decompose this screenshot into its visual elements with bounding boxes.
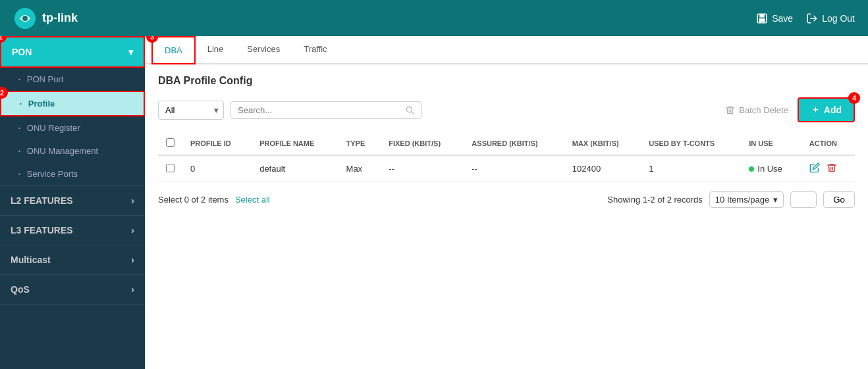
logo-text: tp-link (42, 11, 78, 25)
row-checkbox[interactable] (166, 164, 175, 172)
col-profile-id: PROFILE ID (182, 132, 252, 155)
sidebar-item-service-ports[interactable]: • Service Ports (0, 162, 145, 185)
footer-right: Showing 1-2 of 2 records 10 Items/page ▾… (607, 191, 855, 208)
col-profile-name: PROFILE NAME (252, 132, 338, 155)
badge-2: 2 (0, 87, 8, 99)
logo-area: tp-link (13, 7, 78, 30)
tab-bar: 3 DBA Line Services Traffic (145, 36, 868, 64)
trash-icon (725, 105, 735, 115)
cell-max: 102400 (564, 155, 641, 182)
search-input[interactable] (238, 105, 405, 115)
tab-traffic[interactable]: Traffic (292, 36, 339, 64)
search-box (231, 101, 421, 119)
page-title: DBA Profile Config (158, 75, 855, 87)
green-dot-icon (749, 166, 754, 172)
select-all-link[interactable]: Select all (235, 195, 270, 205)
dot-icon: • (18, 148, 20, 154)
sidebar-pon-header[interactable]: PON 1 ▾ (0, 36, 145, 68)
tp-link-logo-icon (13, 7, 37, 30)
table-header-row: PROFILE ID PROFILE NAME TYPE FIXED (KBIT… (158, 132, 855, 155)
select-count: Select 0 of 2 items (158, 195, 229, 205)
col-in-use: IN USE (741, 132, 801, 155)
badge-1: 1 (0, 36, 7, 43)
sidebar-item-onu-register[interactable]: • ONU Register (0, 116, 145, 139)
svg-rect-3 (760, 14, 765, 17)
svg-point-1 (22, 16, 28, 21)
dot-icon: • (20, 101, 22, 107)
dot-icon: • (18, 76, 20, 82)
dot-icon: • (18, 171, 20, 177)
items-per-page-selector[interactable]: 10 Items/page ▾ (709, 191, 784, 208)
edit-icon[interactable] (809, 162, 820, 175)
filter-select-wrapper: All ▾ (158, 101, 224, 120)
col-assured: ASSURED (KBIT/S) (464, 132, 564, 155)
chevron-right-icon: › (131, 225, 134, 235)
cell-profile-name: default (252, 155, 338, 182)
toolbar-right: Batch Delete 4 ＋ Add (725, 97, 855, 122)
pon-label: PON (12, 47, 32, 57)
col-action: ACTION (801, 132, 855, 155)
add-button[interactable]: 4 ＋ Add (798, 97, 855, 122)
col-used-by-tconts: USED BY T-CONTS (641, 132, 741, 155)
cell-assured: -- (464, 155, 564, 182)
sidebar-qos-section: QoS › (0, 275, 145, 305)
content-area: DBA Profile Config All ▾ (145, 64, 868, 369)
chevron-right-icon: › (131, 195, 134, 206)
sidebar-pon-section: PON 1 ▾ • PON Port 2 • Profile • ONU Reg… (0, 36, 145, 186)
sidebar-item-onu-management[interactable]: • ONU Management (0, 139, 145, 162)
page-number-input[interactable] (790, 191, 817, 208)
go-button[interactable]: Go (823, 191, 855, 208)
sidebar-multicast-section: Multicast › (0, 245, 145, 275)
toolbar-left: All ▾ (158, 101, 421, 120)
showing-label: Showing 1-2 of 2 records (607, 195, 703, 205)
toolbar: All ▾ (158, 97, 855, 122)
batch-delete-button[interactable]: Batch Delete (725, 105, 788, 115)
content-panel: 3 DBA Line Services Traffic DBA Profile … (145, 36, 868, 369)
svg-line-7 (412, 112, 414, 114)
filter-select[interactable]: All (158, 101, 224, 120)
header: tp-link Save Log Out (0, 0, 868, 36)
main-layout: PON 1 ▾ • PON Port 2 • Profile • ONU Reg… (0, 36, 868, 369)
sidebar: PON 1 ▾ • PON Port 2 • Profile • ONU Reg… (0, 36, 145, 369)
col-max: MAX (KBIT/S) (564, 132, 641, 155)
cell-used-by-tconts: 1 (641, 155, 741, 182)
table-footer: Select 0 of 2 items Select all Showing 1… (158, 191, 855, 208)
cell-in-use: In Use (741, 155, 801, 182)
data-table: PROFILE ID PROFILE NAME TYPE FIXED (KBIT… (158, 132, 855, 182)
sidebar-l2-header[interactable]: L2 FEATURES › (0, 186, 145, 215)
plus-icon: ＋ (811, 104, 820, 116)
sidebar-l2-section: L2 FEATURES › (0, 186, 145, 216)
badge-4: 4 (848, 92, 860, 104)
save-button[interactable]: Save (756, 12, 793, 24)
logout-icon (806, 12, 818, 24)
tab-services[interactable]: Services (235, 36, 292, 64)
chevron-icon: ▾ (128, 47, 133, 57)
footer-left: Select 0 of 2 items Select all (158, 195, 270, 205)
tab-line[interactable]: Line (196, 36, 236, 64)
dot-icon: • (18, 125, 20, 131)
sidebar-qos-header[interactable]: QoS › (0, 275, 145, 304)
sidebar-l3-section: L3 FEATURES › (0, 216, 145, 245)
cell-fixed: -- (381, 155, 464, 182)
sidebar-l3-header[interactable]: L3 FEATURES › (0, 216, 145, 245)
header-actions: Save Log Out (756, 12, 855, 24)
cell-action (801, 155, 855, 182)
sidebar-item-profile[interactable]: 2 • Profile (0, 91, 145, 116)
sidebar-multicast-header[interactable]: Multicast › (0, 245, 145, 274)
cell-profile-id: 0 (182, 155, 252, 182)
svg-rect-4 (759, 18, 765, 22)
badge-3: 3 (146, 36, 158, 43)
delete-icon[interactable] (827, 162, 837, 175)
search-icon (405, 105, 414, 114)
cell-type: Max (339, 155, 381, 182)
items-per-page-chevron-icon: ▾ (773, 195, 778, 205)
sidebar-item-pon-port[interactable]: • PON Port (0, 68, 145, 91)
chevron-right-icon: › (131, 284, 134, 295)
action-icons (809, 162, 847, 175)
logout-button[interactable]: Log Out (806, 12, 855, 24)
save-icon (756, 12, 768, 24)
table-row: 0 default Max -- -- 102400 1 In Use (158, 155, 855, 182)
chevron-right-icon: › (131, 255, 134, 265)
tab-dba[interactable]: 3 DBA (151, 36, 196, 64)
select-all-checkbox[interactable] (166, 138, 175, 147)
